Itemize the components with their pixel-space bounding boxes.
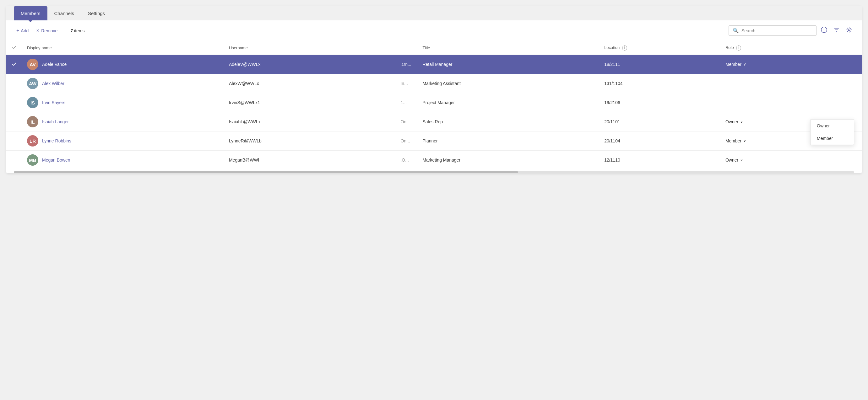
row-display-name: IS Irvin Sayers	[22, 93, 224, 112]
row-role[interactable]: Member ∨	[720, 55, 862, 74]
role-cell[interactable]: Owner ∨	[725, 158, 857, 163]
row-domain: On...	[395, 131, 417, 151]
tabs-bar: Members Channels Settings	[6, 6, 862, 21]
items-count: 7 items	[70, 28, 85, 33]
col-location: Location i	[599, 41, 720, 55]
row-display-name: MB Megan Bowen	[22, 151, 224, 170]
row-username: LynneR@WWLb	[224, 131, 396, 151]
row-checkbox[interactable]	[6, 74, 22, 93]
members-table: Display name Username Title Location i R…	[6, 41, 862, 169]
row-role[interactable]: Owner ∨	[720, 151, 862, 170]
row-title: Marketing Assistant	[417, 74, 599, 93]
search-input[interactable]	[741, 28, 812, 33]
info-icon: i	[821, 27, 827, 33]
svg-point-2	[848, 29, 850, 31]
role-text: Owner	[725, 119, 738, 124]
settings-button[interactable]	[844, 25, 854, 36]
display-name-text: Lynne Robbins	[42, 138, 71, 143]
row-username: AlexW@WWLx	[224, 74, 396, 93]
row-checkbox[interactable]	[6, 151, 22, 170]
tab-settings[interactable]: Settings	[81, 6, 112, 21]
row-location: 131/1104	[599, 74, 720, 93]
table-row[interactable]: MB Megan Bowen MeganB@WWl.O...Marketing …	[6, 151, 862, 170]
tab-members[interactable]: Members	[14, 6, 48, 21]
row-title: Project Manager	[417, 93, 599, 112]
row-checkbox[interactable]	[6, 55, 22, 74]
row-title: Marketing Manager	[417, 151, 599, 170]
tab-channels[interactable]: Channels	[48, 6, 81, 21]
scroll-track	[14, 171, 854, 173]
row-display-name: LR Lynne Robbins	[22, 131, 224, 151]
row-display-name: AV Adele Vance	[22, 55, 224, 74]
scroll-thumb[interactable]	[14, 171, 518, 173]
row-domain: 1...	[395, 93, 417, 112]
dropdown-owner[interactable]: Owner	[810, 120, 854, 132]
row-title: Sales Rep	[417, 112, 599, 131]
row-domain: .On...	[395, 55, 417, 74]
display-name-text: Megan Bowen	[42, 158, 70, 163]
row-username: MeganB@WWl	[224, 151, 396, 170]
row-location: 20/1101	[599, 112, 720, 131]
role-cell[interactable]: Member ∨	[725, 62, 857, 67]
dropdown-member[interactable]: Member	[810, 132, 854, 145]
display-name-text: Isaiah Langer	[42, 119, 69, 124]
row-display-name: IL Isaiah Langer	[22, 112, 224, 131]
toolbar: + Add ✕ Remove 7 items 🔍 i	[6, 21, 862, 41]
col-domain	[395, 41, 417, 55]
row-display-name: AW Alex Wilber	[22, 74, 224, 93]
col-check	[6, 41, 22, 55]
role-info-icon[interactable]: i	[736, 45, 741, 51]
table-row[interactable]: LR Lynne Robbins LynneR@WWLbOn...Planner…	[6, 131, 862, 151]
row-domain: On...	[395, 112, 417, 131]
add-button[interactable]: + Add	[14, 27, 31, 35]
avatar: AV	[27, 59, 38, 70]
filter-icon	[833, 27, 840, 33]
row-location: 12/1110	[599, 151, 720, 170]
row-location: 20/1104	[599, 131, 720, 151]
row-username: IsaiahL@WWLx	[224, 112, 396, 131]
table-row[interactable]: AW Alex Wilber AlexW@WWLxIn...Marketing …	[6, 74, 862, 93]
col-role: Role i	[720, 41, 862, 55]
cross-icon: ✕	[36, 28, 39, 33]
row-role[interactable]	[720, 93, 862, 112]
table-header-row: Display name Username Title Location i R…	[6, 41, 862, 55]
row-title: Planner	[417, 131, 599, 151]
row-domain: In...	[395, 74, 417, 93]
table-row[interactable]: AV Adele Vance AdeleV@WWLx.On...Retail M…	[6, 55, 862, 74]
col-title: Title	[417, 41, 599, 55]
role-dropdown: Owner Member	[810, 119, 854, 145]
row-domain: .O...	[395, 151, 417, 170]
role-text: Member	[725, 62, 741, 67]
col-display-name: Display name	[22, 41, 224, 55]
row-username: AdeleV@WWLx	[224, 55, 396, 74]
check-all-icon	[11, 45, 17, 50]
chevron-down-icon: ∨	[740, 120, 743, 124]
row-checkbox[interactable]	[6, 93, 22, 112]
search-icon: 🔍	[733, 28, 739, 34]
row-location: 18/2111	[599, 55, 720, 74]
row-checkbox[interactable]	[6, 112, 22, 131]
chevron-down-icon: ∨	[743, 62, 746, 67]
gear-icon	[846, 27, 852, 33]
avatar: IS	[27, 97, 38, 108]
display-name-text: Irvin Sayers	[42, 100, 65, 105]
row-role[interactable]	[720, 74, 862, 93]
role-text: Member	[725, 138, 741, 143]
remove-button[interactable]: ✕ Remove	[34, 27, 60, 34]
remove-label: Remove	[41, 28, 58, 33]
main-container: Members Channels Settings + Add ✕ Remove…	[6, 6, 862, 173]
toolbar-divider	[65, 28, 65, 34]
filter-button[interactable]	[832, 25, 842, 36]
row-title: Retail Manager	[417, 55, 599, 74]
table-row[interactable]: IS Irvin Sayers IrvinS@WWLx11...Project …	[6, 93, 862, 112]
avatar: IL	[27, 116, 38, 127]
location-info-icon[interactable]: i	[622, 45, 627, 51]
plus-icon: +	[16, 28, 19, 34]
role-text: Owner	[725, 158, 738, 163]
svg-text:i: i	[824, 28, 825, 32]
chevron-down-icon: ∨	[740, 158, 743, 162]
table-row[interactable]: IL Isaiah Langer IsaiahL@WWLxOn...Sales …	[6, 112, 862, 131]
row-checkbox[interactable]	[6, 131, 22, 151]
avatar: LR	[27, 135, 38, 146]
info-button[interactable]: i	[819, 25, 829, 36]
